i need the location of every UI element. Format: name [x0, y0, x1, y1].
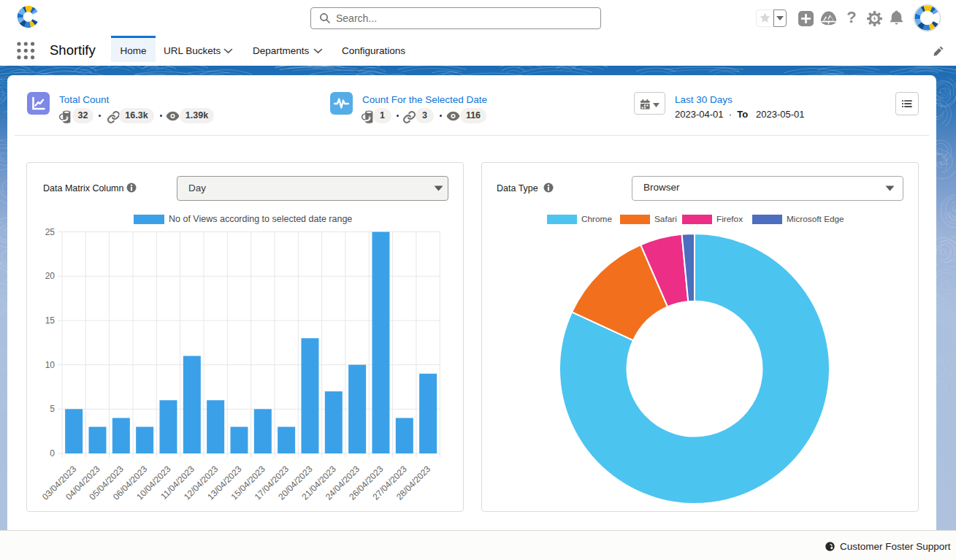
svg-text:0: 0	[50, 448, 55, 459]
svg-text:20: 20	[45, 271, 56, 281]
svg-text:25: 25	[45, 227, 56, 237]
svg-text:15: 15	[45, 315, 56, 326]
svg-text:5: 5	[50, 404, 55, 414]
svg-text:10: 10	[45, 360, 56, 370]
